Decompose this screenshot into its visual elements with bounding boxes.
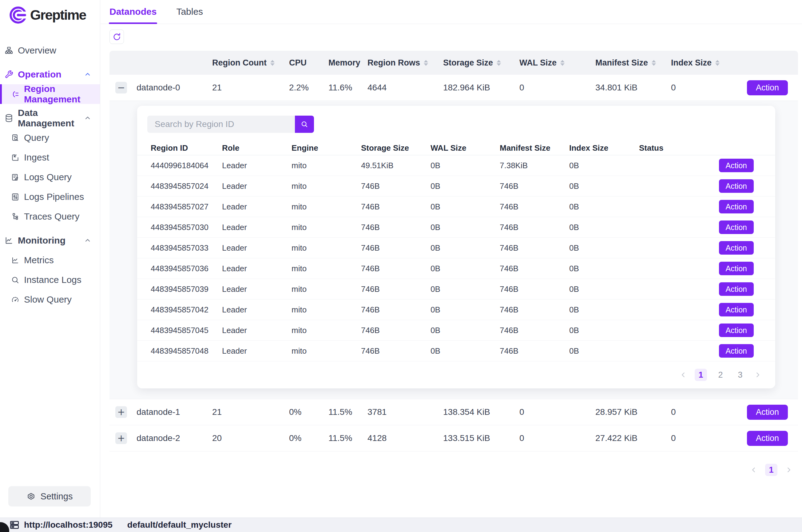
refresh-button[interactable] [110,30,124,44]
cell-region-count: 20 [212,433,289,443]
sidebar-item-traces-query[interactable]: Traces Query [0,207,100,226]
action-button[interactable]: Action [719,303,754,317]
action-button[interactable]: Action [719,282,754,296]
speedometer-icon [11,296,19,304]
prev-page-icon[interactable] [679,371,687,379]
page-button-2[interactable]: 2 [714,369,727,381]
sidebar-item-metrics[interactable]: Metrics [0,250,100,270]
sidebar-item-label: Overview [18,45,56,56]
cell-action: Action [688,303,754,317]
cell-wal-size: 0B [431,243,500,253]
th-region-rows: Region Rows [367,58,443,68]
cell-action: Action [688,241,754,254]
region-panel: Region ID Role Engine Storage Size WAL S… [137,106,775,388]
cell-region-id: 4440996184064 [151,161,222,170]
document-search-icon [11,134,19,142]
next-page-icon[interactable] [754,371,762,379]
sidebar-item-ingest[interactable]: Ingest [0,148,100,167]
th-wal-size: WAL Size [431,143,500,153]
sidebar-group-monitoring[interactable]: Monitoring [0,231,100,250]
action-button[interactable]: Action [719,344,754,358]
sort-icon[interactable] [424,60,428,66]
chevron-up-icon[interactable] [84,114,91,122]
action-button[interactable]: Action [719,241,754,254]
action-button[interactable]: Action [719,221,754,234]
cell-manifest-size: 34.801 KiB [595,83,671,93]
page-button-1[interactable]: 1 [695,369,707,381]
sidebar-item-query[interactable]: Query [0,128,100,148]
th-label: Memory [328,58,360,68]
corner-widget[interactable] [0,522,9,532]
th-region-count: Region Count [212,58,289,68]
greptime-logo-icon [9,6,27,24]
th-manifest-size: Manifest Size [595,58,671,68]
tab-datanodes[interactable]: Datanodes [110,6,156,24]
cell-wal-size: 0B [431,182,500,191]
sidebar-item-instance-logs[interactable]: Instance Logs [0,270,100,290]
chevron-up-icon[interactable] [84,237,91,244]
sidebar-item-region-management[interactable]: Region Management [0,84,100,104]
sidebar-item-label: Slow Query [24,294,72,305]
sidebar-item-logs-query[interactable]: Logs Query [0,167,100,187]
page-button-1[interactable]: 1 [765,464,777,476]
action-button[interactable]: Action [747,405,788,420]
cell-wal-size: 0B [431,223,500,232]
expand-toggle[interactable]: − [115,82,127,94]
sidebar-item-overview[interactable]: Overview [0,41,100,60]
sidebar-item-slow-query[interactable]: Slow Query [0,290,100,309]
sidebar-item-logs-pipelines[interactable]: Logs Pipelines [0,187,100,207]
cluster-name[interactable]: default/default_mycluster [127,520,232,530]
sidebar-group-data-management[interactable]: Data Management [0,108,100,128]
cell-manifest-size: 746B [500,223,569,232]
sort-icon[interactable] [270,60,274,66]
datanode-name: datanode-0 [130,83,212,93]
action-button[interactable]: Action [719,262,754,275]
region-row: 4483945857042 Leader mito 746B 0B 746B 0… [137,300,775,320]
sort-icon[interactable] [715,60,720,66]
sort-icon[interactable] [497,60,501,66]
action-button[interactable]: Action [747,431,788,446]
sidebar-item-label: Instance Logs [24,274,81,285]
region-search-input[interactable] [147,116,295,133]
prev-page-icon[interactable] [750,466,758,474]
cell-action: Action [735,80,798,95]
expand-toggle[interactable]: + [115,406,127,418]
sidebar-item-label: Logs Query [24,172,72,182]
cell-engine: mito [291,346,361,356]
cell-role: Leader [222,326,291,335]
th-status: Status [639,143,688,153]
action-button[interactable]: Action [719,200,754,213]
endpoint-url[interactable]: http://localhost:19095 [24,520,113,530]
expand-cell: − [110,82,130,94]
cell-action: Action [688,179,754,193]
action-button[interactable]: Action [719,179,754,193]
action-button[interactable]: Action [747,80,788,95]
cell-storage-size: 182.964 KiB [443,83,519,93]
brand-name: Greptime [30,7,86,23]
expand-cell: + [110,406,130,418]
cell-region-count: 21 [212,83,289,93]
cell-role: Leader [222,161,291,170]
cell-index-size: 0B [569,161,639,170]
expand-toggle[interactable]: + [115,432,127,444]
sidebar-item-label: Metrics [24,255,54,265]
tab-tables[interactable]: Tables [176,6,203,24]
cell-engine: mito [291,326,361,335]
next-page-icon[interactable] [785,466,793,474]
refresh-icon [113,33,121,41]
region-search-button[interactable] [295,116,314,133]
tab-bar: Datanodes Tables [100,0,802,24]
sort-icon[interactable] [652,60,656,66]
sidebar-group-operation[interactable]: Operation [0,64,100,84]
page-button-3[interactable]: 3 [734,369,746,381]
datanode-name: datanode-1 [130,407,212,417]
action-button[interactable]: Action [719,159,754,172]
chevron-up-icon[interactable] [84,71,91,78]
region-row: 4483945857027 Leader mito 746B 0B 746B 0… [137,196,775,217]
sort-icon[interactable] [560,60,565,66]
action-button[interactable]: Action [719,323,754,337]
region-row: 4483945857048 Leader mito 746B 0B 746B 0… [137,341,775,361]
cell-wal-size: 0B [431,346,500,356]
settings-button[interactable]: Settings [8,486,91,507]
datanodes-pagination-pages: 1 [765,464,777,476]
